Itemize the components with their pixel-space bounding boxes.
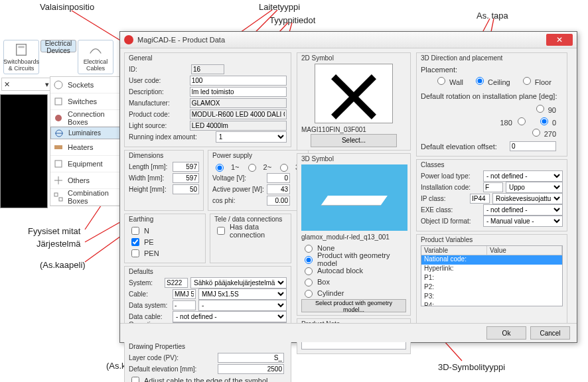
btn-select-2d[interactable]: Select...	[311, 134, 397, 147]
field-default-elevation[interactable]	[218, 364, 284, 374]
field-cosphi[interactable]	[267, 196, 290, 206]
side-switches[interactable]: Switches	[50, 94, 120, 110]
field-cable-code[interactable]	[173, 289, 196, 299]
chk-pen[interactable]	[131, 249, 139, 257]
side-connection-boxes[interactable]: Connection Boxes	[50, 110, 120, 127]
field-power-load-type[interactable]: - not defined -	[483, 170, 563, 182]
radio-rot0[interactable]	[540, 117, 548, 125]
dialog-title: MagiCAD-E - Product Data	[137, 36, 225, 44]
field-manufacturer	[190, 98, 287, 108]
btn-electrical-cables[interactable]: Electrical Cables	[78, 40, 113, 74]
preview-canvas	[0, 94, 48, 208]
field-active-power[interactable]	[267, 184, 290, 194]
group-tele: Tele / data connections Has data connect…	[210, 214, 291, 263]
field-ip-code[interactable]	[470, 194, 490, 204]
radio-rot180[interactable]	[518, 117, 526, 125]
preview-2d	[315, 64, 393, 123]
titlebar: MagiCAD-E - Product Data ✕	[120, 32, 577, 48]
radio-3d-product[interactable]	[305, 256, 313, 264]
btn-electrical-devices[interactable]: Electrical Devices	[40, 40, 76, 52]
radio-3d-box[interactable]	[305, 279, 313, 286]
field-datasys-code[interactable]	[173, 300, 196, 310]
radio-ceiling[interactable]	[476, 77, 484, 85]
group-classes: Classes Power load type:- not defined - …	[416, 159, 567, 231]
ann-symboli3d: 3D-Symbolityyppi	[438, 362, 505, 372]
group-3d-symbol: 3D Symbol glamox_modul-r-led_q13_001 Non…	[297, 153, 411, 316]
svg-point-28	[54, 81, 62, 89]
table-row: National code:	[421, 255, 562, 265]
field-objectid-format[interactable]: - Manual value -	[483, 216, 563, 227]
group-dimensions: Dimensions Length [mm]: Width [mm]: Heig…	[124, 150, 204, 211]
ribbon: Switchboards & Circuits Electrical Devic…	[3, 40, 113, 74]
side-equipment[interactable]: Equipment	[50, 156, 120, 172]
device-type-list: Sockets Switches Connection Boxes Lumina…	[50, 76, 121, 206]
group-drawing: Drawing Properties Layer code (PV): Defa…	[124, 341, 291, 382]
svg-rect-24	[17, 44, 27, 56]
field-elev-offset[interactable]	[510, 141, 556, 151]
radio-3d-acad[interactable]	[305, 267, 313, 275]
side-others[interactable]: Others	[50, 172, 120, 189]
btn-switchboards[interactable]: Switchboards & Circuits	[3, 40, 39, 74]
field-id	[191, 64, 224, 74]
field-system-code[interactable]	[165, 278, 188, 288]
svg-rect-34	[55, 160, 62, 167]
radio-rot90[interactable]	[536, 105, 544, 113]
preview-3d	[301, 164, 407, 231]
radio-3phase[interactable]	[280, 164, 288, 172]
group-power: Power supply 1~2~3~ Voltage [V]: Active …	[208, 150, 309, 211]
field-inst-name[interactable]: Uppo	[506, 182, 563, 193]
side-heaters[interactable]: Heaters	[50, 139, 120, 156]
field-usercode[interactable]	[190, 76, 287, 86]
field-lightsource	[190, 121, 287, 131]
field-datasystem[interactable]: -	[198, 300, 287, 311]
chevron-down-icon: ▾	[45, 80, 49, 89]
btn-cancel[interactable]: Cancel	[530, 326, 570, 340]
close-button[interactable]: ✕	[546, 34, 573, 46]
svg-rect-33	[54, 145, 62, 149]
btn-select-3d[interactable]: Select product with geometry model...	[301, 299, 406, 312]
btn-ok[interactable]: Ok	[486, 326, 526, 340]
table-row: Hyperlink:	[421, 265, 562, 274]
radio-3d-none[interactable]	[305, 245, 313, 253]
chk-adjust-cable[interactable]	[131, 377, 139, 383]
ann-astapa: As. tapa	[477, 11, 508, 21]
group-product-variables: Product Variables VariableValue National…	[416, 234, 567, 326]
field-running-index[interactable]: 1	[216, 131, 287, 143]
radio-floor[interactable]	[523, 77, 531, 85]
product-data-dialog: MagiCAD-E - Product Data ✕ General ID: U…	[119, 31, 577, 343]
field-system[interactable]: Sähkö pääjakelujärjestelmä	[190, 277, 287, 288]
chk-pe[interactable]	[131, 238, 139, 246]
field-cable[interactable]: MMJ 5x1.5S	[198, 288, 287, 300]
field-length[interactable]	[173, 162, 199, 172]
group-earthing: Earthing N PE PEN	[124, 214, 206, 263]
group-general: General ID: User code: Description: Manu…	[124, 52, 291, 147]
field-datacable[interactable]: - not defined -	[173, 311, 287, 322]
radio-wall[interactable]	[437, 77, 445, 85]
field-exe-class[interactable]: - not defined -	[483, 204, 563, 216]
table-row: P4:	[421, 302, 562, 306]
radio-2phase[interactable]	[248, 164, 256, 172]
chk-hasdata[interactable]	[217, 227, 225, 235]
ann-valaisinpositio: Valaisinpositio	[40, 2, 94, 12]
field-inst-code[interactable]	[483, 182, 503, 192]
ann-fyysiset: Fyysiset mitat	[28, 226, 80, 236]
field-layer[interactable]	[218, 353, 284, 363]
table-product-variables[interactable]: VariableValue National code: Hyperlink: …	[421, 245, 563, 306]
dropdown-category[interactable]: ✕▾	[1, 78, 52, 91]
side-luminaires[interactable]: Luminaires	[50, 127, 120, 139]
side-combination-boxes[interactable]: Combination Boxes	[50, 189, 120, 206]
chk-n[interactable]	[131, 227, 139, 235]
app-icon	[124, 35, 133, 44]
radio-3d-cyl[interactable]	[305, 290, 313, 298]
side-sockets[interactable]: Sockets	[50, 77, 120, 94]
field-width[interactable]	[173, 173, 199, 183]
radio-rot270[interactable]	[532, 129, 540, 137]
radio-1phase[interactable]	[216, 164, 224, 172]
field-height[interactable]	[173, 184, 199, 194]
field-ip-name[interactable]: Roiskevesisuojattu	[492, 193, 563, 204]
table-row: P2:	[421, 283, 562, 292]
ann-askaapeli: (As.kaapeli)	[40, 260, 86, 270]
field-voltage[interactable]	[267, 173, 290, 183]
field-description[interactable]	[190, 87, 287, 97]
svg-rect-25	[18, 46, 24, 48]
